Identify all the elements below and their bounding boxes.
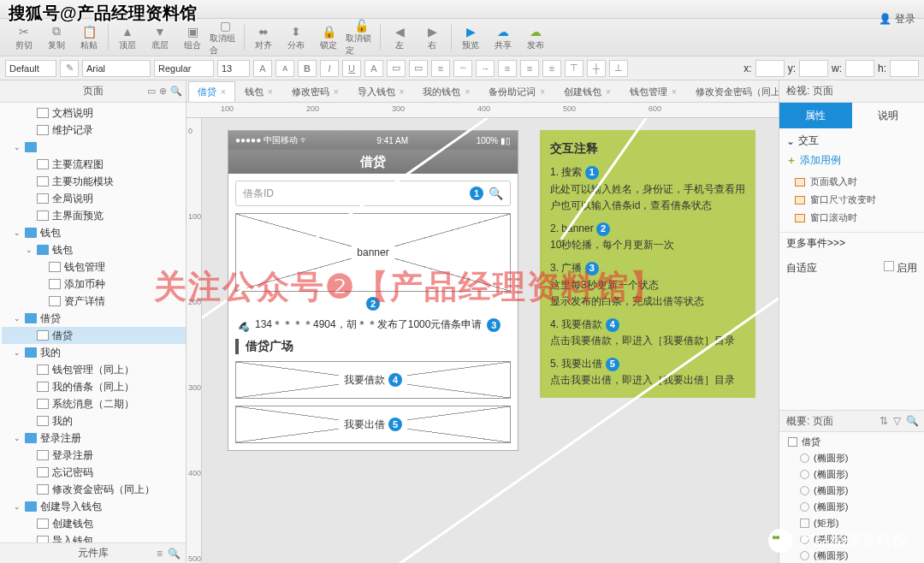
add-page-icon[interactable]: ⊕ bbox=[159, 86, 167, 97]
align-r-icon[interactable]: ≡ bbox=[542, 60, 561, 77]
outline-item[interactable]: (椭圆形) bbox=[779, 450, 924, 466]
tree-page[interactable]: 资产详情 bbox=[2, 293, 186, 310]
tree-page[interactable]: 全局说明 bbox=[2, 190, 186, 207]
page-tab[interactable]: 创建钱包× bbox=[554, 81, 620, 102]
close-icon[interactable]: × bbox=[221, 87, 226, 97]
toolbar-顶层[interactable]: ▲顶层 bbox=[112, 21, 143, 55]
linew-icon[interactable]: ≡ bbox=[431, 60, 450, 77]
close-icon[interactable]: × bbox=[400, 87, 405, 97]
tree-page[interactable]: 借贷 bbox=[2, 327, 186, 344]
add-folder-icon[interactable]: ▭ bbox=[147, 86, 156, 97]
tree-folder[interactable]: ⌄钱包 bbox=[2, 241, 186, 258]
page-tab[interactable]: 借贷× bbox=[188, 81, 235, 102]
event-item[interactable]: 窗口滚动时 bbox=[786, 209, 917, 227]
add-case-button[interactable]: ＋ 添加用例 bbox=[786, 153, 917, 168]
close-icon[interactable]: × bbox=[334, 87, 339, 97]
action-borrow[interactable]: 我要借款 4 bbox=[235, 361, 511, 399]
tree-page[interactable]: 主要功能模块 bbox=[2, 173, 186, 190]
bold-icon[interactable]: B bbox=[298, 60, 317, 77]
fill-icon[interactable]: ▭ bbox=[387, 60, 406, 77]
toolbar-取消组合[interactable]: ▢取消组合 bbox=[210, 21, 240, 55]
tree-page[interactable]: 修改资金密码（同上） bbox=[2, 481, 186, 498]
toolbar-取消锁定[interactable]: 🔓取消锁定 bbox=[346, 21, 376, 55]
valign-t-icon[interactable]: ⊤ bbox=[565, 60, 583, 77]
italic-icon[interactable]: I bbox=[320, 60, 339, 77]
tree-page[interactable]: 钱包管理（同上） bbox=[2, 361, 186, 378]
close-icon[interactable]: × bbox=[672, 87, 677, 97]
event-item[interactable]: 窗口尺寸改变时 bbox=[786, 191, 917, 209]
toolbar-复制[interactable]: ⧉复制 bbox=[41, 21, 72, 55]
interactions-header[interactable]: ⌄ 交互 bbox=[786, 133, 917, 148]
page-tab[interactable]: 备份助记词× bbox=[479, 81, 554, 102]
toolbar-底层[interactable]: ▼底层 bbox=[145, 21, 175, 55]
tree-folder[interactable]: ⌄ bbox=[2, 139, 186, 156]
color-icon[interactable]: A bbox=[364, 60, 383, 77]
w-field[interactable] bbox=[845, 60, 874, 77]
tree-folder[interactable]: ⌄创建导入钱包 bbox=[2, 498, 186, 515]
close-icon[interactable]: × bbox=[606, 87, 611, 97]
weight-select[interactable]: Regular bbox=[154, 60, 214, 77]
page-tab[interactable]: 钱包管理× bbox=[620, 81, 686, 102]
h-field[interactable] bbox=[890, 60, 919, 77]
style-copy-icon[interactable]: ✎ bbox=[60, 60, 79, 77]
page-tab[interactable]: 修改密码× bbox=[282, 81, 348, 102]
lib-search-icon[interactable]: 🔍 bbox=[168, 548, 181, 560]
page-tab[interactable]: 钱包× bbox=[235, 81, 282, 102]
underline-icon[interactable]: U bbox=[342, 60, 361, 77]
outline-search-icon[interactable]: 🔍 bbox=[906, 415, 919, 427]
align-l-icon[interactable]: ≡ bbox=[498, 60, 517, 77]
valign-m-icon[interactable]: ┼ bbox=[587, 60, 606, 77]
close-icon[interactable]: × bbox=[465, 87, 470, 97]
y-field[interactable] bbox=[799, 60, 828, 77]
event-item[interactable]: 页面载入时 bbox=[786, 173, 917, 191]
page-tab[interactable]: 导入钱包× bbox=[348, 81, 414, 102]
tree-page[interactable]: 导入钱包 bbox=[2, 532, 186, 542]
tab-notes[interactable]: 说明 bbox=[852, 103, 925, 128]
style-select[interactable]: Default bbox=[5, 60, 56, 77]
tree-folder[interactable]: ⌄借贷 bbox=[2, 310, 186, 327]
tree-folder[interactable]: ⌄我的 bbox=[2, 344, 186, 361]
outline-filter-icon[interactable]: ▽ bbox=[893, 415, 901, 427]
tree-folder[interactable]: ⌄钱包 bbox=[2, 224, 186, 241]
close-icon[interactable]: × bbox=[540, 87, 545, 97]
tree-folder[interactable]: ⌄登录注册 bbox=[2, 430, 186, 447]
close-icon[interactable]: × bbox=[268, 87, 273, 97]
toolbar-预览[interactable]: ▶预览 bbox=[455, 21, 486, 55]
font-select[interactable]: Arial bbox=[82, 60, 151, 77]
toolbar-右[interactable]: ▶右 bbox=[417, 21, 447, 55]
tree-page[interactable]: 维护记录 bbox=[2, 121, 186, 139]
banner-placeholder[interactable]: banner bbox=[235, 213, 511, 292]
phone-mockup[interactable]: ●●●●● 中国移动 ᯤ 9:41 AM 100% ▮▯ 借贷 借条ID 1 🔍… bbox=[228, 130, 518, 451]
toolbar-剪切[interactable]: ✂剪切 bbox=[9, 21, 39, 55]
tree-page[interactable]: 文档说明 bbox=[2, 104, 186, 121]
outline-item[interactable]: 借贷 bbox=[779, 434, 924, 450]
align-c-icon[interactable]: ≡ bbox=[520, 60, 539, 77]
tree-page[interactable]: 创建钱包 bbox=[2, 515, 186, 532]
tree-page[interactable]: 钱包管理 bbox=[2, 258, 186, 276]
search-field[interactable]: 借条ID 1 🔍 bbox=[235, 181, 511, 206]
tree-page[interactable]: 我的借条（同上） bbox=[2, 378, 186, 395]
pages-tree[interactable]: 文档说明维护记录⌄主要流程图主要功能模块全局说明主界面预览⌄钱包⌄钱包钱包管理添… bbox=[0, 103, 186, 542]
tree-page[interactable]: 忘记密码 bbox=[2, 464, 186, 481]
toolbar-发布[interactable]: ☁发布 bbox=[520, 21, 551, 55]
toolbar-共享[interactable]: ☁共享 bbox=[488, 21, 518, 55]
size-down-icon[interactable]: ᴀ bbox=[275, 60, 294, 77]
toolbar-左[interactable]: ◀左 bbox=[384, 21, 415, 55]
arrow-icon[interactable]: → bbox=[476, 60, 495, 77]
outline-item[interactable]: (椭圆形) bbox=[779, 483, 924, 499]
login-button[interactable]: 👤 登录 bbox=[879, 0, 915, 38]
tree-page[interactable]: 登录注册 bbox=[2, 447, 186, 464]
enable-checkbox[interactable] bbox=[884, 261, 894, 271]
toolbar-组合[interactable]: ▣组合 bbox=[177, 21, 208, 55]
search-icon[interactable]: 🔍 bbox=[170, 86, 182, 97]
tree-page[interactable]: 我的 bbox=[2, 412, 186, 430]
outline-sort-icon[interactable]: ⇅ bbox=[880, 415, 888, 427]
canvas[interactable]: ●●●●● 中国移动 ᯤ 9:41 AM 100% ▮▯ 借贷 借条ID 1 🔍… bbox=[202, 118, 779, 563]
tree-page[interactable]: 主界面预览 bbox=[2, 207, 186, 224]
toolbar-粘贴[interactable]: 📋粘贴 bbox=[74, 21, 104, 55]
tree-page[interactable]: 主要流程图 bbox=[2, 156, 186, 173]
tree-page[interactable]: 系统消息（二期） bbox=[2, 395, 186, 412]
outline-item[interactable]: (椭圆形) bbox=[779, 499, 924, 515]
tree-page[interactable]: 添加币种 bbox=[2, 276, 186, 293]
size-up-icon[interactable]: A bbox=[253, 60, 272, 77]
